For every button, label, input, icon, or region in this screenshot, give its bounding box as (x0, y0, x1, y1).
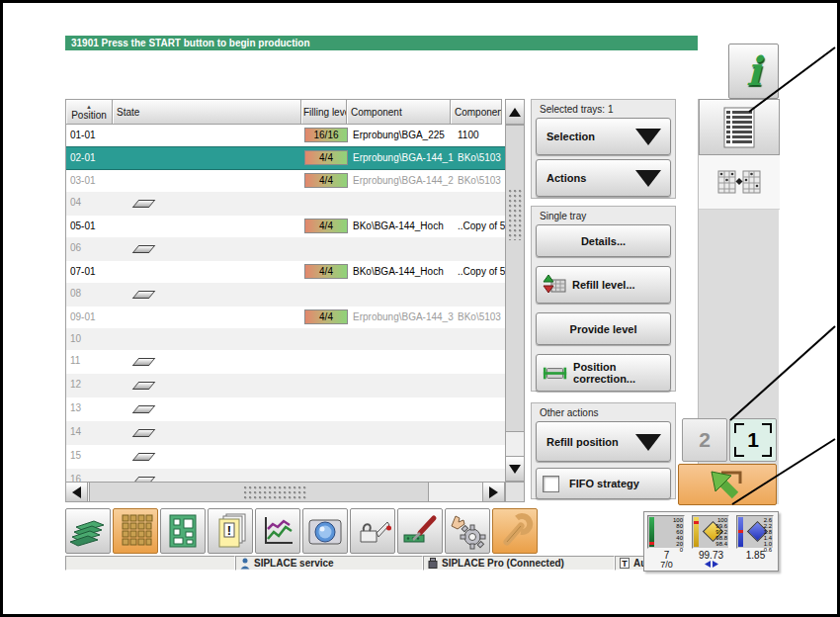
svg-text:!: ! (227, 523, 231, 538)
horizontal-scrollbar (65, 482, 505, 502)
cell-filling-level (303, 445, 350, 469)
toolbar-tray-table-button[interactable] (113, 508, 158, 554)
page-2-button[interactable]: 2 (682, 418, 727, 462)
position-correction-button[interactable]: Position correction... (536, 354, 671, 392)
message-bar: 31901 Press the START button to begin pr… (65, 36, 698, 50)
cell-position: 03-01 (66, 170, 114, 192)
table-row[interactable]: 06 (66, 237, 505, 261)
table-row[interactable]: 09-014/4Erprobung\BGA-144_3BKo\5103 (66, 307, 505, 328)
toolbar-repair-button[interactable] (397, 508, 443, 554)
horizontal-scroll-thumb[interactable] (89, 482, 429, 502)
toolbar-boards-stack-button[interactable] (65, 508, 111, 554)
gauge-scale: 2.62.21.81.41.00.6 (736, 515, 774, 549)
group-label: Single tray (532, 207, 675, 224)
cell-component-2: BKo\5103 (455, 147, 505, 169)
status-segment-connection: SIPLACE Pro (Connected) (423, 556, 615, 571)
cell-state (114, 307, 303, 328)
actions-dropdown[interactable]: Actions (536, 159, 671, 197)
machine-icon (428, 558, 438, 569)
cell-filling-level (303, 283, 350, 307)
scroll-left-button[interactable] (65, 482, 88, 502)
table-row[interactable]: 13 (66, 397, 505, 421)
cell-filling-level: 4/4 (303, 307, 350, 328)
refill-position-dropdown[interactable]: Refill position (536, 421, 671, 462)
toolbar-manual-operation-button[interactable] (445, 508, 490, 554)
table-row[interactable]: 05-014/4BKo\BGA-144_Hoch..Copy of 51 (66, 216, 505, 237)
page-1-label: 1 (747, 428, 759, 452)
dropdown-arrow-icon (635, 129, 661, 145)
user-icon (240, 558, 250, 570)
table-row[interactable]: 14 (66, 421, 505, 445)
vertical-scroll-thumb[interactable] (505, 125, 525, 432)
empty-tray-icon (132, 291, 156, 299)
tab-list-view[interactable] (699, 99, 780, 155)
scroll-right-button[interactable] (482, 482, 505, 502)
empty-tray-icon (132, 358, 156, 366)
table-row[interactable]: 12 (66, 374, 505, 397)
tab-tray-view[interactable] (699, 155, 780, 210)
scroll-down-button[interactable] (505, 456, 525, 482)
table-row[interactable]: 11 (66, 350, 505, 374)
toolbar-service-button[interactable] (492, 508, 538, 554)
table-row[interactable]: 01-0116/16Erprobung\BGA_2251100 (66, 125, 505, 146)
focus-corner (734, 447, 744, 457)
fifo-checkbox[interactable] (543, 476, 559, 492)
provide-level-button[interactable]: Provide level (536, 312, 671, 345)
toolbar-statistics-button[interactable] (255, 508, 300, 554)
page-1-button[interactable]: 1 (729, 418, 777, 462)
info-icon: i (746, 51, 761, 91)
selection-dropdown[interactable]: Selection (536, 118, 671, 155)
benchmark-icon (705, 561, 718, 568)
table-row[interactable]: 08 (66, 283, 505, 307)
table-row[interactable]: 15 (66, 445, 505, 469)
empty-tray-icon (132, 245, 156, 253)
error-log-icon: ! (211, 512, 249, 550)
boards-stack-icon (68, 513, 108, 549)
column-header-state[interactable]: State (112, 99, 301, 125)
cell-filling-level (303, 421, 350, 445)
fifo-strategy-toggle[interactable]: FIFO strategy (536, 468, 671, 499)
machine-performance-panel[interactable]: 100806040200 7 7/0 10099.699.298.898.4 9… (643, 511, 779, 572)
table-body: 01-0116/16Erprobung\BGA_225110002-014/4E… (65, 125, 505, 482)
column-header-component[interactable]: Component (346, 99, 451, 125)
cell-position: 11 (66, 350, 114, 374)
gauge-marker (738, 530, 743, 533)
back-button[interactable] (678, 464, 777, 505)
column-header-component-2[interactable]: Component (450, 99, 502, 125)
column-header-filling-level[interactable]: Filling level (300, 99, 347, 125)
filling-level-badge: 4/4 (304, 309, 348, 324)
table-row[interactable]: 07-014/4BKo\BGA-144_Hoch..Copy of 51 (66, 261, 505, 283)
empty-tray-icon (132, 200, 156, 208)
toolbar-pcb-layout-button[interactable] (160, 508, 206, 554)
cell-position: 01-01 (66, 125, 114, 146)
cell-state (114, 328, 303, 350)
filling-level-badge: 16/16 (304, 128, 348, 142)
table-header: ▲ Position State Filling level Component… (65, 99, 505, 125)
column-header-position[interactable]: ▲ Position (65, 99, 113, 125)
cell-filling-level: 16/16 (303, 125, 350, 146)
details-button[interactable]: Details... (536, 224, 671, 257)
cell-component-2 (455, 374, 505, 397)
cell-filling-level: 4/4 (303, 170, 350, 192)
cell-position: 12 (66, 374, 114, 397)
table-row[interactable]: 04 (66, 192, 505, 216)
cell-component (350, 328, 455, 350)
toolbar-error-log-button[interactable]: ! (208, 508, 253, 554)
cell-component (350, 374, 455, 397)
table-row[interactable]: 03-014/4Erprobung\BGA-144_2BKo\5103 (66, 170, 505, 192)
toolbar-lubrication-button[interactable] (350, 508, 395, 554)
table-row[interactable]: 10 (66, 328, 505, 350)
table-row[interactable]: 02-014/4Erprobung\BGA-144_1BKo\5103 (66, 146, 505, 170)
info-button[interactable]: i (728, 44, 779, 99)
cell-filling-level (303, 237, 350, 261)
dropdown-arrow-icon (635, 170, 661, 187)
scroll-up-button[interactable] (505, 99, 525, 125)
cell-component: Erprobung\BGA_225 (350, 125, 455, 146)
cell-component-2 (455, 350, 505, 374)
toolbar-camera-button[interactable] (302, 508, 348, 554)
empty-tray-icon (132, 405, 156, 413)
cell-component (350, 445, 455, 469)
cell-component (350, 350, 455, 374)
refill-level-button[interactable]: Refill level... (536, 266, 671, 304)
cell-position: 07-01 (66, 261, 114, 283)
